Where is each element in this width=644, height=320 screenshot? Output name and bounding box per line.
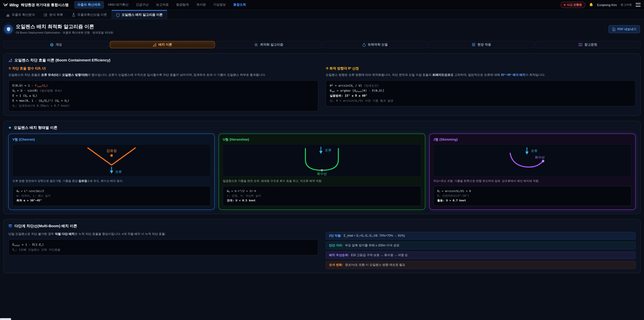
secondary-tab-bar: 유출유 확산분석 분석 목록 유출유확산모델 이론 오일펜스 배치 알고리즘 이… bbox=[0, 10, 644, 20]
note-stage-spacing: 단간 거리: 부표 접촉 방지를 위해 ≥ 200m 이격 권장 bbox=[326, 242, 636, 249]
page-title: 오일펜스 배치 최적화 알고리즘 이론 bbox=[16, 24, 113, 30]
shape-desc: 말굽형으로 기름을 완전 포위. 폐쇄형 구조로 회수 효율 최고. 저조류 해… bbox=[223, 179, 421, 184]
current-label: 조류 bbox=[325, 148, 332, 152]
app-logo[interactable]: Wing 해양환경 위기대응 통합시스템 bbox=[3, 3, 68, 7]
optimal-angle-formula: θ* = arcsin(Uc / U) (임계조건)θopt = argmax … bbox=[326, 80, 636, 106]
note-text: E_total = E₁+E₂-E₁·E₂ (예: 70%+70% → 91%) bbox=[344, 234, 405, 238]
optimal-angle-desc: 오일펜스 방향은 조류 방향에 따라 최적화됩니다. 차단 면적과 오일 수집 … bbox=[326, 73, 636, 78]
diamond-icon bbox=[8, 126, 12, 129]
skimming-diagram: 조류 회수선 bbox=[433, 144, 632, 177]
layers-icon bbox=[8, 224, 12, 228]
collection-point-dot bbox=[110, 154, 113, 157]
containment-efficiency-card-title: 오일펜스 차단 효율 이론 (Boom Containment Efficien… bbox=[8, 58, 636, 63]
efficiency-function-formula: E(θ,U) = 1 - Fleak(Un)Un = U · sin(θ) (법… bbox=[8, 80, 318, 111]
tab-label: 오일펜스 배치 알고리즘 이론 bbox=[122, 13, 163, 17]
efficiency-function-section: ① 차단 효율 함수 E(θ, U) 오일펜스의 차단 효율은 조류 유속(U)… bbox=[8, 66, 318, 111]
boom-shapes-card-title: 오일펜스 배치 형태별 이론 bbox=[8, 125, 636, 130]
current-arrowhead bbox=[110, 171, 113, 174]
section-tab-references[interactable]: 참고문헌 bbox=[535, 41, 641, 48]
section-tab-overview[interactable]: 개요 bbox=[3, 41, 109, 48]
recovery-dot bbox=[542, 160, 544, 162]
tab-boom-algorithm-theory[interactable]: 오일펜스 배치 알고리즘 이론 bbox=[112, 10, 167, 19]
nav-item-emergency-rescue[interactable]: 긴급구난 bbox=[132, 1, 152, 9]
nav-item-aerial-search[interactable]: 항공탐색 bbox=[173, 1, 192, 9]
logout-button[interactable]: 로그아웃 bbox=[620, 3, 632, 7]
tab-spill-diffusion-analysis[interactable]: 유출유 확산분석 bbox=[2, 10, 39, 19]
skimming-formula: θJ = arcsin(Uc/U) + δδ: 안전여유각(5°~10°)활용:… bbox=[433, 186, 632, 206]
tab-label: 유출유확산모델 이론 bbox=[78, 13, 107, 17]
pdf-export-button[interactable]: PDF 내보내기 bbox=[608, 25, 640, 33]
user-name[interactable]: Eunjeong Kim bbox=[597, 3, 617, 7]
nav-item-integrated-search[interactable]: 통합조회 bbox=[230, 1, 250, 9]
section-tab-deployment-theory[interactable]: 배치 이론 bbox=[110, 41, 215, 48]
shield-icon bbox=[116, 13, 120, 17]
note-serial-two-stage: 2단 직렬: E_total = E₁+E₂-E₁·E₂ (예: 70%+70%… bbox=[326, 232, 636, 240]
notification-bell-icon[interactable] bbox=[589, 3, 593, 7]
wing-logo-icon bbox=[3, 3, 8, 7]
recovery-dot bbox=[321, 169, 323, 171]
note-label: 조석 변화: bbox=[329, 263, 343, 267]
current-arrowhead bbox=[525, 152, 528, 155]
efficiency-function-desc: 오일펜스의 차단 효율은 조류 유속(U)과 오일펜스 방향각(θ)의 함수입니… bbox=[8, 73, 318, 78]
multiboom-formula: Etotal = 1 - Π(1-Ei)Ei: i번째 오일펜스 단독 차단효율 bbox=[8, 239, 318, 255]
grid-icon bbox=[472, 43, 476, 46]
droplet-icon bbox=[363, 43, 366, 47]
note-text: ESI 고등급 구역 보호 → 회수원 → 어항 순 bbox=[351, 253, 408, 257]
multiboom-card-title: 다단계 차단선(Multi-Boom) 배치 이론 bbox=[8, 223, 636, 228]
horizontal-scrollbar-thumb[interactable] bbox=[0, 318, 11, 320]
shape-title: V형 (Chevron) bbox=[12, 137, 211, 142]
efficiency-function-label: ① 차단 효율 함수 E(θ, U) bbox=[8, 66, 318, 71]
topbar-right-group: 사고 진행중 Eunjeong Kim 로그아웃 bbox=[560, 2, 641, 8]
card-title-text: 오일펜스 차단 효율 이론 (Boom Containment Efficien… bbox=[14, 58, 110, 63]
collection-point-label: 집유점 bbox=[106, 149, 117, 153]
shape-desc: 조류 방향 정면에서 양쪽으로 펼친 V형. 기름을 중앙 집유점으로 유도, … bbox=[12, 179, 211, 184]
page-title-group: 오일펜스 배치 최적화 알고리즘 이론 Oil Boom Deployment … bbox=[16, 24, 113, 35]
pdf-export-label: PDF 내보내기 bbox=[617, 27, 636, 31]
nav-item-weather-info[interactable]: 기상정보 bbox=[210, 1, 229, 9]
card-title-text: 오일펜스 배치 형태별 이론 bbox=[14, 125, 57, 130]
multiboom-formula-section: 단일 오일펜스로 차단 불가한 경우 직렬 다단 배치로 누적 차단 효율을 향… bbox=[8, 232, 318, 255]
nav-item-hns-air-diffusion[interactable]: HNS·대기확산 bbox=[104, 1, 132, 9]
tab-diffusion-model-theory[interactable]: 유출유확산모델 이론 bbox=[68, 10, 111, 19]
shape-desc: 직선+곡선 조합. 기름을 한쪽으로 편향 유도하여 집유. 강조류에서 예인 … bbox=[433, 179, 632, 184]
current-arrowhead bbox=[319, 151, 323, 154]
page-header: 오일펜스 배치 최적화 알고리즘 이론 Oil Boom Deployment … bbox=[0, 20, 644, 38]
section-tab-field-application[interactable]: 현장 적용 bbox=[429, 41, 534, 48]
section-tab-optimization-algorithm[interactable]: 최적화 알고리즘 bbox=[216, 41, 322, 48]
app-title: 해양환경 위기대응 통합시스템 bbox=[21, 3, 68, 7]
multiboom-card: 다단계 차단선(Multi-Boom) 배치 이론 단일 오일펜스로 차단 불가… bbox=[3, 219, 641, 273]
note-text: 부표 접촉 방지를 위해 ≥ 200m 이격 권장 bbox=[345, 243, 399, 248]
containment-efficiency-card: 오일펜스 차단 효율 이론 (Boom Containment Efficien… bbox=[3, 53, 641, 116]
multiboom-notes: 2단 직렬: E_total = E₁+E₂-E₁·E₂ (예: 70%+70%… bbox=[326, 232, 636, 269]
shape-card-skimming: J형 (Skimming) 조류 회수선 직선+곡선 조합. 기름을 한쪽으로 … bbox=[429, 134, 636, 210]
menu-hamburger-button[interactable] bbox=[636, 2, 641, 8]
tab-analysis-list[interactable]: 분석 목록 bbox=[40, 10, 67, 19]
chevron-diagram: 집유점 조류 bbox=[12, 144, 211, 177]
incident-dot-icon bbox=[564, 4, 566, 6]
optimal-angle-section: ② 최적 방향각 θ* 산정 오일펜스 방향은 조류 방향에 따라 최적화됩니다… bbox=[326, 66, 636, 106]
logo-text: Wing bbox=[10, 3, 18, 7]
note-label: 단간 거리: bbox=[329, 243, 343, 248]
note-text: 창조/낙조 전환 시 오일펜스 방향 재조정 필요 bbox=[345, 263, 405, 267]
gear-icon bbox=[254, 43, 258, 47]
note-deployment-priority: 배치 우선순위: ESI 고등급 구역 보호 → 회수원 → 어항 순 bbox=[326, 251, 636, 259]
section-tab-label: 참고문헌 bbox=[584, 43, 597, 47]
nav-item-oil-spill-prediction[interactable]: 유출유 확산예측 bbox=[74, 1, 104, 9]
top-navigation-bar: Wing 해양환경 위기대응 통합시스템 유출유 확산예측 HNS·대기확산 긴… bbox=[0, 0, 644, 10]
book-icon bbox=[579, 43, 582, 46]
nav-item-board[interactable]: 게시판 bbox=[193, 1, 209, 9]
recovery-label: 회수선 bbox=[317, 172, 327, 176]
globe-icon bbox=[50, 43, 54, 47]
section-tab-hydrodynamics-model[interactable]: 유체역학 모델 bbox=[322, 41, 428, 48]
section-tab-label: 개요 bbox=[56, 43, 62, 47]
boom-shapes-card: 오일펜스 배치 형태별 이론 V형 (Chevron) 집유점 조류 조류 방향… bbox=[3, 121, 641, 214]
note-tidal-change: 조석 변화: 창조/낙조 전환 시 오일펜스 방향 재조정 필요 bbox=[326, 261, 636, 269]
current-label: 조류 bbox=[115, 170, 122, 174]
shape-card-horseshoe: U형 (Horseshoe) 조류 회수선 말굽형으로 기름을 완전 포위. 폐… bbox=[219, 134, 425, 210]
nav-item-reports[interactable]: 보고자료 bbox=[152, 1, 172, 9]
section-tab-label: 배치 이론 bbox=[158, 43, 172, 47]
section-tabs: 개요 배치 이론 최적화 알고리즘 유체역학 모델 현장 적용 참고문헌 bbox=[3, 41, 641, 48]
card-title-text: 다단계 차단선(Multi-Boom) 배치 이론 bbox=[14, 223, 77, 228]
note-label: 배치 우선순위: bbox=[329, 253, 349, 257]
recovery-label: 회수선 bbox=[535, 155, 544, 159]
